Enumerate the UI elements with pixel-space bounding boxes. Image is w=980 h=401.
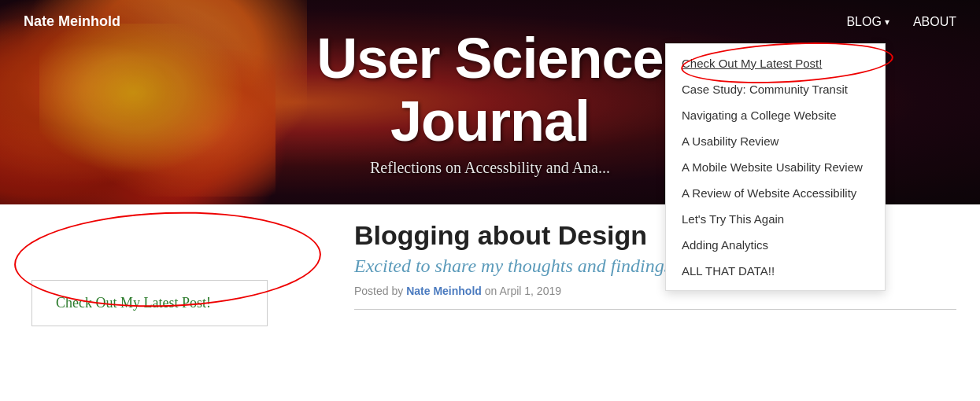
navbar: Nate Meinhold BLOG ABOUT bbox=[0, 0, 980, 43]
content-left: Check Out My Latest Post! bbox=[0, 204, 331, 401]
dropdown-item-college[interactable]: Navigating a College Website bbox=[666, 102, 885, 128]
nav-blog-link[interactable]: BLOG bbox=[846, 15, 889, 29]
hero-subtitle: Reflections on Accessbility and Ana... bbox=[316, 159, 663, 177]
meta-suffix: on Arpil 1, 2019 bbox=[482, 285, 561, 297]
dropdown-item-latest[interactable]: Check Out My Latest Post! bbox=[666, 50, 885, 76]
dropdown-item-analytics[interactable]: Adding Analytics bbox=[666, 232, 885, 258]
dropdown-item-try-again[interactable]: Let's Try This Again bbox=[666, 206, 885, 232]
nav-about-link[interactable]: ABOUT bbox=[913, 15, 956, 29]
dropdown-item-usability[interactable]: A Usability Review bbox=[666, 128, 885, 154]
meta-prefix: Posted by bbox=[354, 285, 406, 297]
dropdown-item-community-transit[interactable]: Case Study: Community Transit bbox=[666, 76, 885, 102]
dropdown-item-all-data[interactable]: ALL THAT DATA!! bbox=[666, 258, 885, 284]
cta-button[interactable]: Check Out My Latest Post! bbox=[31, 280, 268, 326]
meta-author: Nate Meinhold bbox=[406, 285, 482, 297]
blog-dropdown: Check Out My Latest Post! Case Study: Co… bbox=[665, 43, 886, 291]
nav-links: BLOG ABOUT bbox=[846, 15, 956, 29]
blog-divider bbox=[354, 309, 956, 310]
dropdown-item-mobile-usability[interactable]: A Mobile Website Usability Review bbox=[666, 154, 885, 180]
hero-text: User Science Journal Reflections on Acce… bbox=[316, 28, 663, 176]
dropdown-item-accessibility[interactable]: A Review of Website Accessibility bbox=[666, 180, 885, 206]
site-brand: Nate Meinhold bbox=[24, 13, 120, 30]
hero-title: User Science Journal bbox=[316, 28, 663, 152]
